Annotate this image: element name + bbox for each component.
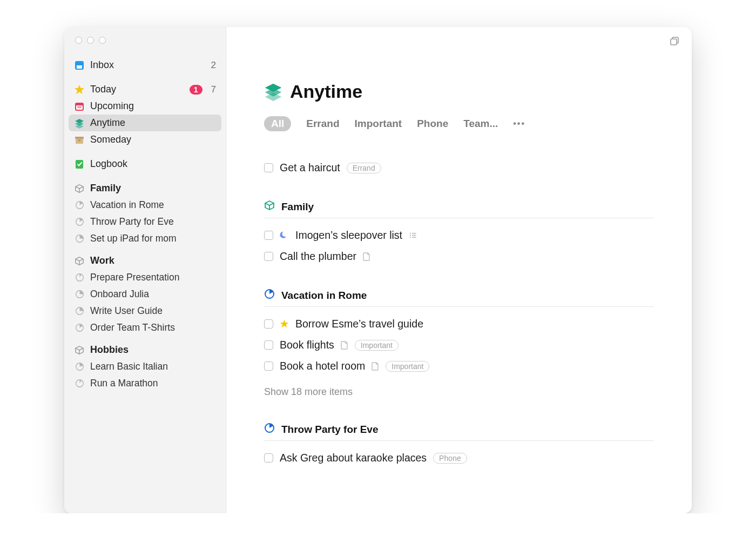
filter-phone[interactable]: Phone — [417, 118, 448, 130]
sidebar-project-throw-party[interactable]: Throw Party for Eve — [69, 213, 221, 230]
section-header-family[interactable]: Family — [264, 200, 654, 218]
task-tag[interactable]: Important — [355, 340, 399, 351]
section-title: Throw Party for Eve — [281, 424, 379, 436]
svg-rect-12 — [78, 140, 80, 141]
sidebar-item-label: Inbox — [90, 59, 206, 71]
show-more-link[interactable]: Show 18 more items — [264, 377, 654, 401]
svg-point-40 — [410, 237, 411, 238]
filter-more-icon[interactable]: ••• — [513, 119, 525, 129]
task-tag[interactable]: Phone — [433, 453, 467, 464]
progress-icon — [74, 361, 85, 372]
task-checkbox[interactable] — [264, 231, 273, 240]
star-icon — [280, 319, 289, 329]
logbook-icon — [74, 159, 85, 170]
box-icon — [264, 200, 275, 213]
sidebar-count: 7 — [211, 84, 216, 95]
sidebar-item-label: Throw Party for Eve — [90, 216, 216, 227]
svg-rect-11 — [76, 139, 83, 144]
sidebar-area-family[interactable]: Family — [69, 180, 221, 197]
task-row[interactable]: Ask Greg about karaoke places Phone — [264, 447, 654, 468]
sidebar-item-label: Upcoming — [90, 101, 216, 112]
sidebar-project-ipad-mom[interactable]: Set up iPad for mom — [69, 230, 221, 247]
progress-icon — [74, 289, 85, 300]
page-title-row: Anytime — [264, 81, 654, 102]
task-checkbox[interactable] — [264, 340, 273, 350]
svg-rect-37 — [412, 233, 416, 234]
sidebar-item-label: Run a Marathon — [90, 378, 216, 389]
sidebar-project-learn-italian[interactable]: Learn Basic Italian — [69, 358, 221, 375]
task-checkbox[interactable] — [264, 252, 273, 261]
sidebar-project-onboard-julia[interactable]: Onboard Julia — [69, 286, 221, 303]
task-row[interactable]: Book a hotel room Important — [264, 356, 654, 377]
svg-rect-41 — [412, 237, 416, 238]
sidebar-project-team-tshirts[interactable]: Order Team T-Shirts — [69, 319, 221, 336]
filter-bar: All Errand Important Phone Team... ••• — [264, 116, 654, 131]
sidebar-item-someday[interactable]: Someday — [69, 131, 221, 148]
filter-team[interactable]: Team... — [463, 118, 498, 130]
task-title: Imogen’s sleepover list — [295, 229, 402, 242]
today-pill: 1 — [190, 85, 202, 95]
sidebar-item-label: Learn Basic Italian — [90, 361, 216, 372]
section-header-vacation[interactable]: Vacation in Rome — [264, 289, 654, 307]
sidebar-item-logbook[interactable]: Logbook — [69, 156, 221, 172]
sidebar-project-prepare-presentation[interactable]: Prepare Presentation — [69, 269, 221, 286]
task-checkbox[interactable] — [264, 453, 273, 463]
task-title: Book a hotel room — [280, 360, 365, 372]
sidebar-project-vacation-rome[interactable]: Vacation in Rome — [69, 197, 221, 213]
filter-all[interactable]: All — [264, 116, 291, 131]
task-title: Call the plumber — [280, 250, 356, 263]
progress-icon — [74, 272, 85, 283]
svg-rect-10 — [75, 137, 84, 139]
svg-marker-2 — [75, 85, 84, 94]
page-title: Anytime — [290, 81, 362, 102]
sidebar-item-label: Onboard Julia — [90, 289, 216, 300]
sidebar-area-label: Family — [90, 183, 216, 194]
task-tag[interactable]: Important — [386, 361, 429, 372]
section-header-party[interactable]: Throw Party for Eve — [264, 423, 654, 441]
sidebar-area-work[interactable]: Work — [69, 252, 221, 269]
sidebar-area-label: Hobbies — [90, 344, 216, 356]
sidebar-item-label: Order Team T-Shirts — [90, 322, 216, 333]
filter-errand[interactable]: Errand — [306, 118, 339, 130]
task-row[interactable]: Imogen’s sleepover list — [264, 225, 654, 246]
traffic-close[interactable] — [75, 37, 82, 44]
new-window-icon[interactable] — [669, 36, 680, 49]
progress-icon — [74, 233, 85, 244]
task-row[interactable]: Get a haircut Errand — [264, 157, 654, 178]
sidebar-item-label: Write User Guide — [90, 305, 216, 317]
sidebar-item-label: Vacation in Rome — [90, 199, 216, 211]
stack-icon — [264, 83, 282, 101]
progress-icon — [74, 217, 85, 227]
sidebar-item-upcoming[interactable]: Upcoming — [69, 98, 221, 115]
star-icon — [74, 84, 85, 95]
svg-rect-39 — [412, 235, 416, 236]
sidebar-count: 2 — [211, 60, 216, 71]
sidebar-project-write-user-guide[interactable]: Write User Guide — [69, 303, 221, 319]
sidebar-area-label: Work — [90, 255, 216, 266]
note-icon — [341, 341, 348, 350]
sidebar-item-label: Today — [90, 84, 184, 95]
task-row[interactable]: Book flights Important — [264, 334, 654, 356]
traffic-zoom[interactable] — [99, 37, 106, 44]
task-checkbox[interactable] — [264, 361, 273, 371]
sidebar-item-today[interactable]: Today 1 7 — [69, 81, 221, 98]
task-checkbox[interactable] — [264, 163, 273, 172]
task-checkbox[interactable] — [264, 319, 273, 329]
svg-marker-43 — [280, 320, 288, 327]
sidebar-item-inbox[interactable]: Inbox 2 — [69, 57, 221, 73]
box-icon — [74, 345, 85, 356]
sidebar-item-label: Set up iPad for mom — [90, 233, 216, 244]
traffic-minimize[interactable] — [87, 37, 94, 44]
sidebar-item-label: Anytime — [90, 117, 216, 129]
sidebar-area-hobbies[interactable]: Hobbies — [69, 342, 221, 358]
filter-important[interactable]: Important — [355, 118, 402, 130]
task-tag[interactable]: Errand — [347, 163, 381, 173]
main-content: Anytime All Errand Important Phone Team.… — [226, 27, 692, 513]
task-row[interactable]: Borrow Esme’s travel guide — [264, 313, 654, 334]
calendar-icon — [74, 101, 85, 112]
stack-icon — [74, 118, 85, 129]
sidebar-project-run-marathon[interactable]: Run a Marathon — [69, 375, 221, 392]
sidebar-item-anytime[interactable]: Anytime — [69, 115, 221, 131]
progress-icon — [74, 378, 85, 389]
task-row[interactable]: Call the plumber — [264, 246, 654, 267]
